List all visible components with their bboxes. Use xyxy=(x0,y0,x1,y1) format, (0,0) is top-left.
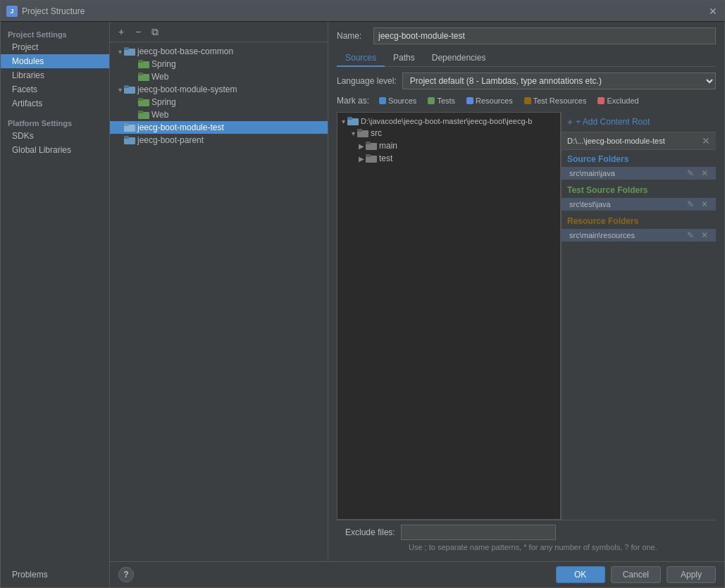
tree-item-label: jeecg-boot-module-system xyxy=(137,85,237,94)
tree-item-label: jeecg-boot-parent xyxy=(137,135,204,145)
mark-test-resources-button[interactable]: Test Resources xyxy=(520,95,591,106)
remove-content-root-button[interactable]: ✕ xyxy=(702,135,710,146)
svg-rect-17 xyxy=(347,117,352,120)
mark-sources-button[interactable]: Sources xyxy=(375,95,421,106)
add-content-root-button[interactable]: + + Add Content Root xyxy=(562,112,716,132)
toggle-icon xyxy=(130,60,138,68)
mark-as-label: Mark as: xyxy=(337,96,369,106)
module-icon xyxy=(124,136,135,144)
test-source-folder-input[interactable] xyxy=(567,199,682,209)
web-icon xyxy=(138,111,149,119)
tree-item-spring1[interactable]: Spring xyxy=(110,58,328,70)
tab-sources[interactable]: Sources xyxy=(337,50,385,67)
sidebar-item-facets[interactable]: Facets xyxy=(1,82,109,96)
resources-color-dot xyxy=(466,97,473,104)
resource-folder-row: ✎ ✕ xyxy=(562,229,716,242)
tree-toolbar: + − ⧉ xyxy=(110,22,328,42)
tree-item-jeecg-boot-module-test[interactable]: jeecg-boot-module-test xyxy=(110,121,328,134)
tree-item-web2[interactable]: Web xyxy=(110,108,328,121)
resource-folder-input[interactable] xyxy=(567,230,682,240)
tab-dependencies[interactable]: Dependencies xyxy=(423,50,495,67)
file-tree-main[interactable]: ▶ main xyxy=(337,139,560,152)
source-folders-title: Source Folders xyxy=(562,150,716,165)
mark-tests-button[interactable]: Tests xyxy=(423,95,459,106)
svg-rect-7 xyxy=(124,85,129,88)
tree-item-spring2[interactable]: Spring xyxy=(110,96,328,108)
tree-item-web1[interactable]: Web xyxy=(110,70,328,83)
tree-item-label: Spring xyxy=(151,97,176,107)
config-panel: Name: Sources Paths Dependencies xyxy=(328,22,724,561)
apply-button[interactable]: Apply xyxy=(667,566,716,583)
tree-item-label: Web xyxy=(151,110,168,120)
content-root-header: D:\...\jeecg-boot-module-test ✕ xyxy=(562,132,716,150)
svg-rect-19 xyxy=(357,129,362,132)
plus-icon: + xyxy=(567,116,573,127)
sidebar-divider xyxy=(1,111,109,116)
remove-module-button[interactable]: − xyxy=(131,25,145,39)
source-folder-row: ✎ ✕ xyxy=(562,167,716,180)
svg-rect-1 xyxy=(124,47,129,50)
edit-test-source-folder-button[interactable]: ✎ xyxy=(685,199,696,209)
exclude-files-input[interactable] xyxy=(401,525,556,540)
folder-icon xyxy=(366,142,377,150)
tabs-row: Sources Paths Dependencies xyxy=(337,50,716,67)
top-section: + − ⧉ ▾ jeecg-boot-ba xyxy=(110,22,724,561)
resource-folders-title: Resource Folders xyxy=(562,212,716,227)
title-bar-text: Project Structure xyxy=(22,6,707,16)
test-source-folder-row: ✎ ✕ xyxy=(562,198,716,211)
tree-item-label: Spring xyxy=(151,59,176,69)
test-resources-color-dot xyxy=(524,97,531,104)
remove-resource-folder-button[interactable]: ✕ xyxy=(699,230,710,240)
toggle-icon xyxy=(130,73,138,81)
sidebar-item-problems[interactable]: Problems xyxy=(1,568,109,582)
add-module-button[interactable]: + xyxy=(114,25,128,39)
svg-rect-11 xyxy=(138,111,143,113)
app-icon: J xyxy=(6,6,18,17)
ok-button[interactable]: OK xyxy=(556,566,605,583)
remove-test-source-folder-button[interactable]: ✕ xyxy=(699,199,710,209)
help-button[interactable]: ? xyxy=(118,567,134,582)
tree-item-jeecg-boot-base-common[interactable]: ▾ jeecg-boot-base-common xyxy=(110,45,328,58)
edit-resource-folder-button[interactable]: ✎ xyxy=(685,230,696,240)
sidebar-item-libraries[interactable]: Libraries xyxy=(1,68,109,82)
svg-rect-13 xyxy=(124,123,129,126)
source-folder-input[interactable] xyxy=(567,168,682,178)
sidebar-item-artifacts[interactable]: Artifacts xyxy=(1,96,109,111)
name-row: Name: xyxy=(337,27,716,44)
copy-module-button[interactable]: ⧉ xyxy=(148,25,162,39)
remove-source-folder-button[interactable]: ✕ xyxy=(699,168,710,178)
exclude-row: Exclude files: xyxy=(345,525,707,540)
sidebar-item-project[interactable]: Project xyxy=(1,40,109,54)
sidebar-item-global-libraries[interactable]: Global Libraries xyxy=(1,143,109,157)
edit-source-folder-button[interactable]: ✎ xyxy=(685,168,696,178)
mark-resources-button[interactable]: Resources xyxy=(462,95,517,106)
main-content: Project Settings Project Modules Librari… xyxy=(1,22,724,587)
file-tree-root[interactable]: ▾ D:\javacode\jeecg-boot-master\jeecg-bo… xyxy=(337,115,560,127)
exclude-section: Exclude files: Use ; to separate name pa… xyxy=(337,520,716,556)
name-input[interactable] xyxy=(373,27,716,44)
tree-item-label: Web xyxy=(151,72,168,82)
language-level-select[interactable]: Project default (8 - Lambdas, type annot… xyxy=(402,73,716,89)
name-label: Name: xyxy=(337,31,368,41)
content-root-area: ▾ D:\javacode\jeecg-boot-master\jeecg-bo… xyxy=(337,112,716,520)
close-button[interactable]: ✕ xyxy=(707,6,719,17)
tree-item-jeecg-boot-module-system[interactable]: ▾ jeecg-boot-module-system xyxy=(110,83,328,96)
file-tree-test[interactable]: ▶ test xyxy=(337,152,560,165)
sidebar-item-modules[interactable]: Modules xyxy=(1,54,109,68)
sidebar-item-sdks[interactable]: SDKs xyxy=(1,129,109,143)
tab-paths[interactable]: Paths xyxy=(385,50,423,67)
dialog-buttons: ? OK Cancel Apply xyxy=(110,561,724,587)
content-roots-panel: + + Add Content Root D:\...\jeecg-boot-m… xyxy=(561,112,716,520)
file-tree-src[interactable]: ▾ src xyxy=(337,127,560,139)
tree-item-jeecg-boot-parent[interactable]: jeecg-boot-parent xyxy=(110,134,328,146)
language-level-label: Language level: xyxy=(337,76,397,86)
test-label: test xyxy=(379,154,392,163)
mark-as-row: Mark as: Sources Tests Resources xyxy=(337,95,716,106)
toggle-icon: ▾ xyxy=(116,85,124,94)
mark-excluded-button[interactable]: Excluded xyxy=(593,95,643,106)
svg-rect-15 xyxy=(124,136,129,139)
web-icon xyxy=(138,73,149,81)
project-settings-label: Project Settings xyxy=(1,27,109,40)
cancel-button[interactable]: Cancel xyxy=(611,566,661,583)
platform-settings-label: Platform Settings xyxy=(1,116,109,129)
